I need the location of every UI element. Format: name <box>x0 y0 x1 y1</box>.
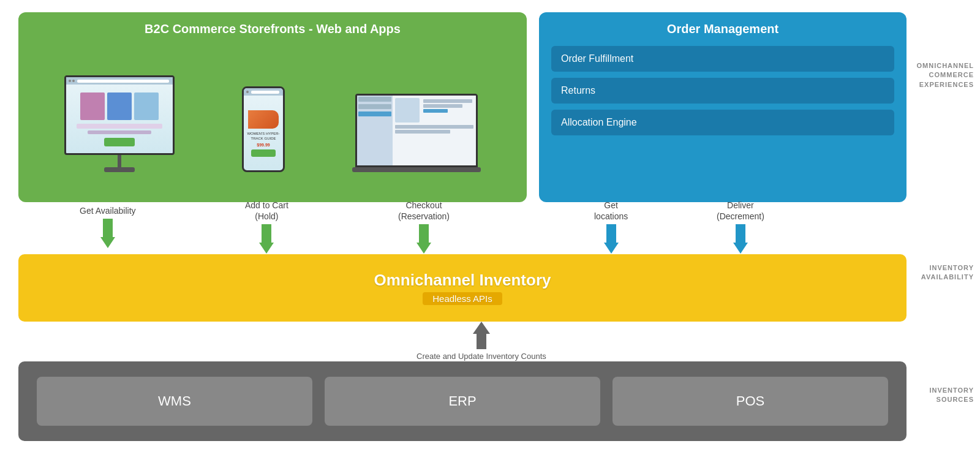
monitor-stand <box>118 155 121 167</box>
order-fulfillment-button: Order Fulfillment <box>551 46 894 72</box>
blue-arrow-shaft-4 <box>606 224 616 243</box>
nav-dot-1 <box>69 80 71 82</box>
green-arrow-head-2 <box>259 243 274 254</box>
product-grid <box>80 92 159 120</box>
blue-arrow-head-5 <box>733 243 748 254</box>
mobile-phone: WOMEN'S HYPER-TRACK GUIDE $99.99 <box>242 86 285 172</box>
arrow-get-locations: Get locations <box>594 200 628 254</box>
laptop-sidebar <box>357 96 393 165</box>
sources-bar: WMS ERP POS <box>18 361 907 441</box>
arrow-checkout: Checkout (Reservation) <box>398 200 450 254</box>
arrow-label-3: Checkout (Reservation) <box>398 200 450 222</box>
green-arrow-head-3 <box>417 243 431 254</box>
green-arrow-2 <box>260 224 273 254</box>
green-arrow-shaft-2 <box>262 224 271 243</box>
laptop-content <box>357 96 476 165</box>
inventory-title: Omnichannel Inventory <box>374 271 551 290</box>
nav-dot-2 <box>72 80 75 82</box>
laptop-main-area <box>393 96 476 165</box>
blue-arrow-shaft-5 <box>736 224 745 243</box>
screen-illustrations: WOMEN'S HYPER-TRACK GUIDE $99.99 <box>31 43 514 172</box>
arrow-add-to-cart: Add to Cart (Hold) <box>245 200 288 254</box>
returns-button: Returns <box>551 78 894 104</box>
sidebar-item-3 <box>358 111 391 116</box>
lt-row2 <box>423 104 462 108</box>
product-item-1 <box>80 92 105 120</box>
monitor-base <box>104 167 135 172</box>
laptop-top-row <box>395 98 473 123</box>
product-item-2 <box>107 92 132 120</box>
source-erp: ERP <box>325 377 600 426</box>
lt-row3 <box>423 109 448 113</box>
product-item-3 <box>134 92 159 120</box>
up-arrow-section: Create and Update Inventory Counts <box>417 322 546 361</box>
mobile-screen-content: WOMEN'S HYPER-TRACK GUIDE $99.99 <box>244 88 283 170</box>
mobile-nav-dot <box>246 91 249 93</box>
laptop-screen <box>355 94 478 167</box>
desktop-screen <box>64 75 175 155</box>
up-arrow-label: Create and Update Inventory Counts <box>417 352 546 361</box>
source-wms: WMS <box>37 377 312 426</box>
laptop-base <box>352 167 481 172</box>
side-label-inventory-sources: INVENTORY SOURCES <box>929 386 974 405</box>
top-section: B2C Commerce Storefronts - Web and Apps <box>18 12 907 202</box>
product-text-bar <box>77 124 162 129</box>
green-arrow-shaft-1 <box>103 219 113 237</box>
blue-arrow-head-4 <box>604 243 619 254</box>
arrow-label-2: Add to Cart (Hold) <box>245 200 288 222</box>
omnichannel-inventory-bar: Omnichannel Inventory Headless APIs <box>18 254 907 322</box>
source-pos: POS <box>612 377 888 426</box>
up-arrow-head <box>473 322 490 334</box>
laptop-text-col <box>422 98 473 123</box>
green-arrow-head-1 <box>100 237 115 248</box>
desktop-screen-content <box>66 77 173 153</box>
mobile-nav-bar <box>251 91 279 94</box>
add-to-cart-btn <box>104 138 135 146</box>
blue-arrow-4 <box>605 224 617 254</box>
arrow-label-4: Get locations <box>594 200 628 222</box>
shoe-image <box>248 110 279 129</box>
laptop <box>352 94 481 172</box>
laptop-img-placeholder <box>395 98 420 123</box>
arrow-label-5: Deliver (Decrement) <box>717 200 764 222</box>
sidebar-item-2 <box>358 104 391 109</box>
green-arrow-shaft-3 <box>419 224 429 243</box>
mobile-screen: WOMEN'S HYPER-TRACK GUIDE $99.99 <box>242 86 285 172</box>
side-label-inventory-availability: INVENTORY AVAILABILITY <box>921 263 974 282</box>
nav-bar-url <box>77 80 169 83</box>
screen-nav-bar <box>66 77 173 85</box>
mobile-price: $99.99 <box>257 143 270 147</box>
lt-row1 <box>423 99 472 103</box>
up-arrow-shaft <box>477 334 486 349</box>
mobile-nav <box>244 88 283 96</box>
blue-arrow-5 <box>734 224 747 254</box>
arrow-deliver: Deliver (Decrement) <box>717 200 764 254</box>
mobile-product-text: WOMEN'S HYPER-TRACK GUIDE <box>246 130 281 143</box>
side-label-omnichannel: OMNICHANNEL COMMERCE EXPERIENCES <box>917 61 974 89</box>
order-management-title: Order Management <box>551 22 894 36</box>
sidebar-item-1 <box>358 97 391 102</box>
mobile-btn <box>251 149 276 157</box>
green-arrow-1 <box>102 219 114 248</box>
order-management-box: Order Management Order Fulfillment Retur… <box>539 12 907 202</box>
diagram-container: OMNICHANNEL COMMERCE EXPERIENCES INVENTO… <box>0 0 980 468</box>
arrow-get-availability: Get Availability <box>80 205 136 248</box>
arrows-section: Get Availability Add to Cart (Hold) Chec… <box>18 202 907 251</box>
allocation-engine-button: Allocation Engine <box>551 110 894 135</box>
desktop-monitor <box>64 75 175 172</box>
lt-full-row <box>395 125 473 129</box>
b2c-title: B2C Commerce Storefronts - Web and Apps <box>31 22 514 36</box>
inventory-subtitle: Headless APIs <box>423 292 502 305</box>
product-sub-bar <box>88 130 151 134</box>
green-arrow-3 <box>418 224 430 254</box>
lt-short-row <box>395 130 450 134</box>
b2c-storefront-box: B2C Commerce Storefronts - Web and Apps <box>18 12 527 202</box>
arrow-label-1: Get Availability <box>80 205 136 216</box>
